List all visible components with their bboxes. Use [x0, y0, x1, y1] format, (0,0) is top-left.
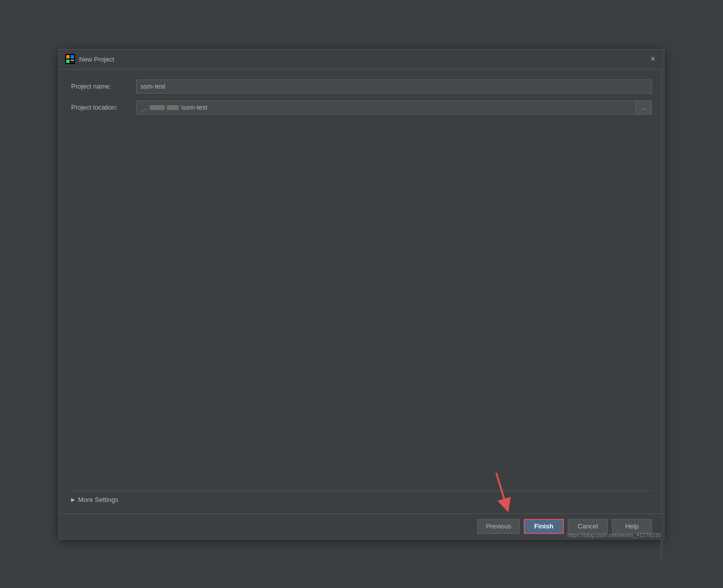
project-name-input[interactable] — [136, 80, 652, 94]
project-name-row: Project name: — [71, 80, 652, 94]
finish-button[interactable]: Finish — [524, 519, 564, 534]
project-location-row: Project location: _.. \ssm-test ... — [71, 101, 652, 115]
title-bar: New Project × — [59, 50, 664, 70]
svg-rect-5 — [71, 62, 74, 63]
more-settings-label: More Settings — [78, 496, 118, 503]
footer-url: https://blog.csdn.net/weixin_41178230 — [564, 531, 664, 539]
svg-rect-4 — [71, 60, 74, 61]
content-area: Project name: Project location: _.. \ssm… — [59, 70, 664, 513]
browse-button[interactable]: ... — [636, 101, 652, 115]
svg-rect-1 — [66, 55, 70, 59]
project-location-label: Project location: — [71, 104, 136, 111]
location-prefix: _.. — [141, 104, 148, 111]
project-location-display[interactable]: _.. \ssm-test — [136, 101, 636, 115]
location-suffix: \ssm-test — [181, 104, 207, 111]
location-blur-2 — [167, 105, 179, 110]
project-name-label: Project name: — [71, 83, 136, 90]
close-button[interactable]: × — [648, 54, 658, 64]
svg-rect-2 — [71, 55, 74, 59]
app-logo-icon — [65, 54, 75, 64]
more-settings-row[interactable]: ▶ More Settings — [71, 490, 652, 503]
project-location-input-group: _.. \ssm-test ... — [136, 101, 652, 115]
dialog-title: New Project — [79, 56, 648, 63]
svg-rect-3 — [66, 60, 70, 63]
more-settings-chevron-icon: ▶ — [71, 497, 75, 502]
content-spacer — [71, 122, 652, 490]
previous-button[interactable]: Previous — [477, 519, 520, 534]
new-project-dialog: New Project × Project name: Project loca… — [59, 49, 664, 539]
scrollbar[interactable] — [661, 70, 664, 559]
location-blur-1 — [150, 105, 165, 110]
